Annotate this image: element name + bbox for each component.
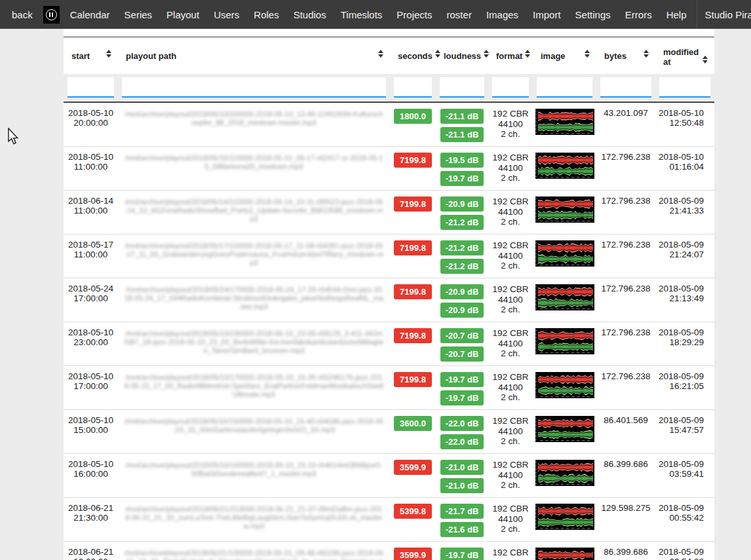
- filter-input-start[interactable]: [67, 77, 114, 98]
- modified-date: 2018-05-09: [656, 416, 704, 426]
- loudness-badge-2: -21.1 dB: [440, 127, 484, 142]
- format-bitrate: 192 CBR: [489, 548, 532, 558]
- seconds-cell: 7199.8: [390, 366, 436, 410]
- column-header-format[interactable]: format: [488, 37, 533, 75]
- start-date: 2018-05-10: [64, 460, 117, 470]
- loudness-badge-2: -21.0 dB: [440, 478, 484, 493]
- waveform-thumbnail: [535, 153, 594, 179]
- modified-time: 01:16:04: [656, 162, 704, 172]
- column-header-seconds[interactable]: seconds: [390, 37, 436, 75]
- bytes-cell: 172.796.238: [596, 366, 655, 410]
- sort-icon[interactable]: [106, 47, 111, 61]
- start-date: 2018-05-10: [64, 109, 117, 119]
- sort-icon[interactable]: [484, 47, 489, 61]
- bytes-cell: 129.598.275: [596, 498, 655, 542]
- waveform-thumbnail: [535, 504, 594, 530]
- loudness-cell: -19.5 dB -19.7 dB: [436, 147, 488, 191]
- seconds-badge: 7199.8: [394, 240, 432, 255]
- column-header-modified-at[interactable]: modified at: [655, 37, 714, 75]
- filter-cell-bytes: [596, 74, 655, 102]
- format-cell: 192 CBR 44100 2 ch.: [488, 410, 533, 454]
- filter-input-loudness[interactable]: [440, 77, 484, 98]
- sort-icon[interactable]: [644, 47, 649, 61]
- format-bitrate: 192 CBR: [489, 153, 532, 163]
- format-samplerate: 44100: [489, 119, 532, 130]
- column-header-loudness[interactable]: loudness: [436, 37, 488, 75]
- nav-item-series[interactable]: Series: [117, 9, 160, 20]
- table-row: 2018-05-17 11:00:00 /mnt/archive/playout…: [64, 234, 714, 278]
- nav-item-images[interactable]: Images: [479, 9, 526, 20]
- nav-item-import[interactable]: Import: [526, 9, 568, 20]
- loudness-cell: -21.1 dB -21.1 dB: [436, 102, 488, 147]
- nav-item-help[interactable]: Help: [659, 9, 694, 20]
- loudness-cell: -21.7 dB -21.6 dB: [436, 498, 488, 542]
- studio-select[interactable]: Studio Piradio: [697, 0, 751, 29]
- modified-cell: 2018-05-09 21:41:33: [655, 191, 714, 234]
- start-date: 2018-06-21: [64, 504, 117, 513]
- start-time: 11:00:00: [64, 162, 117, 172]
- nav-item-timeslots[interactable]: Timeslots: [334, 9, 390, 20]
- filter-input-format[interactable]: [492, 77, 529, 98]
- sort-icon[interactable]: [378, 47, 383, 61]
- nav-item-roster[interactable]: roster: [440, 9, 479, 20]
- nav-item-users[interactable]: Users: [206, 9, 246, 20]
- loudness-cell: -21.2 dB -21.2 dB: [436, 234, 488, 278]
- modified-time: 12:50:48: [656, 119, 704, 128]
- column-header-start[interactable]: start: [64, 37, 118, 75]
- nav-item-roles[interactable]: Roles: [246, 9, 286, 20]
- playout-path-cell: /mnt/archive/playout/2018/05/10/150000-2…: [118, 410, 390, 454]
- waveform-thumbnail: [535, 460, 594, 486]
- loudness-cell: -22.0 dB -22.0 dB: [436, 410, 488, 454]
- column-label: seconds: [398, 51, 433, 61]
- start-date: 2018-06-21: [64, 548, 117, 557]
- start-date: 2018-05-17: [64, 240, 117, 250]
- format-cell: 192 CBR 44100 2 ch.: [488, 234, 533, 278]
- filter-cell-format: [488, 74, 533, 102]
- modified-date: 2018-05-09: [656, 548, 704, 557]
- filter-cell-modified-at: [655, 74, 714, 102]
- nav-item-playout[interactable]: Playout: [159, 9, 206, 20]
- playout-path-cell: /mnt/archive/playout/2018/06/21/213000-2…: [118, 498, 390, 542]
- start-time: 17:00:00: [64, 382, 117, 392]
- filter-input-playout-path[interactable]: [122, 77, 386, 98]
- table-row: 2018-05-10 17:00:00 /mnt/archive/playout…: [64, 366, 714, 410]
- waveform-thumbnail: [535, 196, 594, 223]
- nav-item-errors[interactable]: Errors: [618, 9, 659, 20]
- image-cell: [533, 102, 596, 147]
- sort-icon[interactable]: [703, 53, 708, 67]
- nav-item-settings[interactable]: Settings: [568, 9, 618, 20]
- playout-path-cell: /mnt/archive/playout/2018/05/10/200000-2…: [118, 102, 390, 147]
- loudness-badge-2: -22.0 dB: [440, 434, 484, 449]
- loudness-badge-1: -19.5 dB: [440, 153, 484, 168]
- start-time: 20:00:00: [64, 119, 117, 128]
- nav-item-calendar[interactable]: Calendar: [63, 9, 117, 20]
- seconds-badge: 7199.8: [394, 328, 432, 343]
- playout-path-text: /mnt/archive/playout/2018/05/10/110000-2…: [119, 153, 389, 171]
- column-header-bytes[interactable]: bytes: [596, 37, 655, 75]
- sort-icon[interactable]: [435, 47, 440, 61]
- filter-input-modified-at[interactable]: [659, 77, 710, 98]
- nav-item-back[interactable]: back: [0, 9, 40, 20]
- loudness-cell: -20.9 dB -20.9 dB: [436, 278, 488, 322]
- playout-path-text: /mnt/archive/playout/2018/05/10/170000-2…: [119, 372, 389, 399]
- modified-cell: 2018-05-09 15:47:57: [655, 410, 714, 454]
- piradio-logo-icon[interactable]: [43, 6, 60, 24]
- modified-time: 21:24:07: [656, 250, 704, 260]
- nav-item-projects[interactable]: Projects: [389, 9, 439, 20]
- nav-item-studios[interactable]: Studios: [286, 9, 334, 20]
- column-header-playout-path[interactable]: playout path: [118, 37, 390, 75]
- image-cell: [533, 542, 596, 560]
- column-header-image[interactable]: image: [533, 37, 596, 75]
- loudness-badge-1: -20.9 dB: [440, 196, 484, 212]
- filter-input-seconds[interactable]: [394, 77, 432, 98]
- sort-icon[interactable]: [525, 47, 530, 61]
- filter-input-image[interactable]: [537, 77, 592, 98]
- studio-select-value: Studio Piradio: [705, 9, 751, 20]
- filter-input-bytes[interactable]: [600, 77, 651, 98]
- playout-path-text: /mnt/archive/playout/2018/06/14/110000-2…: [119, 196, 389, 223]
- start-cell: 2018-05-10 16:00:00: [64, 454, 118, 498]
- image-cell: [533, 410, 596, 454]
- start-cell: 2018-06-14 11:00:00: [64, 191, 118, 234]
- modified-date: 2018-05-09: [656, 328, 704, 338]
- sort-icon[interactable]: [585, 47, 590, 61]
